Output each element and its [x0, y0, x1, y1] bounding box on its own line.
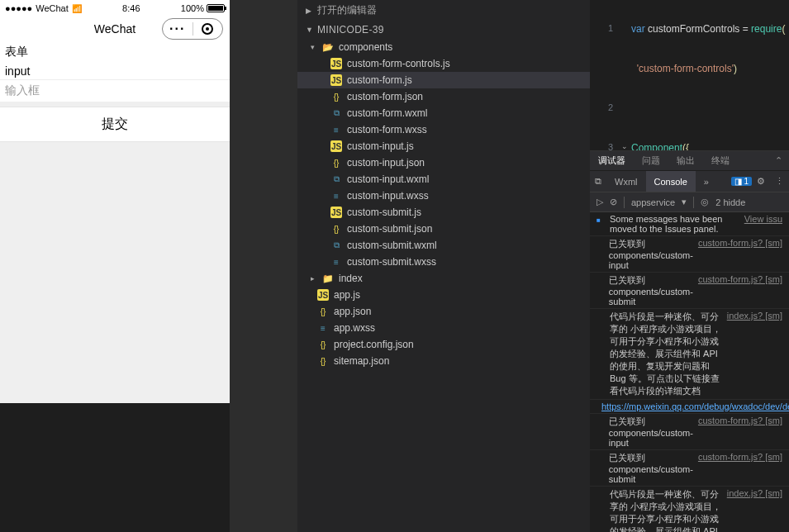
gear-icon[interactable]: ⚙ [752, 176, 770, 187]
js-file-icon: JS [330, 58, 342, 69]
file-row[interactable]: project.config.json [297, 336, 590, 353]
editor-and-debug: 1var customFormControls = require( 'cust… [590, 0, 789, 532]
file-row[interactable]: JScustom-input.js [297, 138, 590, 154]
folder-icon [322, 273, 334, 284]
wxml-file-icon [330, 240, 342, 251]
file-row[interactable]: app.json [297, 303, 590, 320]
battery-pct: 100% [181, 3, 204, 13]
json-file-icon [317, 306, 329, 317]
menu-dots-icon[interactable]: ··· [163, 21, 192, 36]
chevron-down-icon: ▼ [306, 26, 312, 34]
file-label: app.json [334, 306, 371, 317]
gutter-spacer [230, 0, 297, 532]
project-header[interactable]: ▼ MINICODE-39 [297, 21, 590, 39]
tab-console[interactable]: Console [646, 171, 696, 192]
file-row[interactable]: custom-submit.wxss [297, 254, 590, 270]
tab-issues[interactable]: 问题 [634, 151, 668, 170]
panel-tabs: 调试器 问题 输出 终端 ⌃ [590, 151, 789, 171]
tab-output[interactable]: 输出 [668, 151, 703, 170]
file-label: custom-input.wxml [347, 173, 429, 185]
tab-more[interactable]: » [696, 171, 717, 192]
wifi-icon [72, 3, 82, 13]
tab-debugger[interactable]: 调试器 [590, 151, 634, 170]
js-file-icon: JS [330, 74, 342, 86]
json-file-icon [317, 355, 329, 367]
file-row[interactable]: custom-form.json [297, 88, 590, 105]
text-input[interactable]: 输入框 [0, 79, 230, 102]
carrier-label: WeChat [36, 3, 69, 13]
more-vert-icon[interactable]: ⋮ [770, 176, 789, 187]
file-label: custom-submit.js [347, 207, 421, 218]
form-title: 表单 [0, 41, 230, 63]
dropdown-icon[interactable]: ▾ [682, 197, 687, 207]
panel-collapse-icon[interactable]: ⌃ [768, 155, 789, 166]
file-label: custom-form.wxss [347, 124, 427, 135]
debug-panel: 调试器 问题 输出 终端 ⌃ ⧉ Wxml Console » ◨ 1 ⚙ ⋮ … [590, 150, 789, 532]
wxss-file-icon [330, 124, 342, 135]
nav-bar: WeChat ··· [0, 17, 230, 41]
folder-label: components [339, 41, 392, 53]
open-editors-header[interactable]: ▶ 打开的编辑器 [297, 0, 590, 21]
file-row[interactable]: custom-input.json [297, 154, 590, 171]
tab-terminal[interactable]: 终端 [703, 151, 738, 170]
wxml-file-icon [330, 173, 342, 185]
status-bar: ●●●●● WeChat 8:46 100% [0, 0, 230, 17]
file-label: custom-input.wxss [347, 190, 429, 202]
code-editor[interactable]: 1var customFormControls = require( 'cust… [590, 0, 789, 150]
file-row[interactable]: custom-submit.json [297, 221, 590, 237]
file-row[interactable]: custom-input.wxml [297, 171, 590, 188]
console-toolbar: ▷ ⊘ appservice ▾ ◎ 2 hidde [590, 192, 789, 212]
nav-title: WeChat [94, 22, 135, 36]
file-label: custom-submit.wxml [347, 240, 437, 251]
clock: 8:46 [122, 3, 140, 13]
chevron-right-icon: ▸ [311, 274, 317, 283]
tab-wxml[interactable]: Wxml [606, 171, 646, 192]
file-label: app.js [334, 289, 360, 301]
chevron-down-icon: ▾ [311, 43, 317, 51]
file-label: custom-input.js [347, 140, 414, 152]
file-label: project.config.json [334, 339, 414, 350]
doc-link[interactable]: https://mp.weixin.qq.com/debug/wxadoc/de… [601, 401, 789, 411]
battery-icon [207, 4, 225, 12]
file-row[interactable]: app.wxss [297, 320, 590, 336]
file-label: custom-input.json [347, 157, 425, 169]
file-label: custom-form.json [347, 91, 423, 102]
file-row[interactable]: custom-input.wxss [297, 188, 590, 204]
page-body: 表单 input 输入框 提交 [0, 41, 230, 403]
file-label: app.wxss [334, 322, 375, 334]
close-circle-icon[interactable] [193, 23, 223, 35]
json-file-icon [330, 91, 342, 102]
file-row[interactable]: sitemap.json [297, 353, 590, 369]
json-file-icon [330, 223, 342, 235]
file-row[interactable]: JSapp.js [297, 287, 590, 303]
file-row[interactable]: custom-form.wxml [297, 105, 590, 121]
file-label: custom-form.js [347, 74, 412, 86]
js-file-icon: JS [330, 207, 342, 218]
warning-badge[interactable]: ◨ 1 [731, 177, 752, 186]
field-name: input [0, 63, 230, 79]
wxml-file-icon [330, 107, 342, 119]
wxss-file-icon [330, 190, 342, 202]
explorer-panel: ▶ 打开的编辑器 ▼ MINICODE-39 ▾ components JScu… [297, 0, 590, 532]
wxss-file-icon [317, 322, 329, 334]
file-label: custom-form.wxml [347, 107, 427, 119]
wxss-file-icon [330, 256, 342, 268]
eye-icon[interactable]: ◎ [701, 197, 709, 207]
play-icon[interactable]: ▷ [597, 197, 603, 207]
file-label: sitemap.json [334, 355, 389, 367]
console-output[interactable]: Some messages have been moved to the Iss… [590, 212, 789, 532]
folder-open-icon [322, 41, 334, 53]
file-row[interactable]: JScustom-submit.js [297, 204, 590, 221]
submit-button[interactable]: 提交 [0, 107, 230, 142]
inspect-icon[interactable]: ⧉ [590, 176, 606, 187]
file-row[interactable]: custom-submit.wxml [297, 237, 590, 254]
file-row[interactable]: custom-form.wxss [297, 121, 590, 138]
clear-icon[interactable]: ⊘ [610, 197, 617, 207]
capsule-menu[interactable]: ··· [162, 18, 223, 40]
folder-index[interactable]: ▸ index [297, 270, 590, 287]
context-selector[interactable]: appservice [631, 197, 675, 207]
folder-components[interactable]: ▾ components [297, 39, 590, 55]
file-row[interactable]: JScustom-form.js [297, 72, 590, 88]
file-row[interactable]: JScustom-form-controls.js [297, 55, 590, 72]
signal-dots: ●●●●● [5, 3, 32, 13]
